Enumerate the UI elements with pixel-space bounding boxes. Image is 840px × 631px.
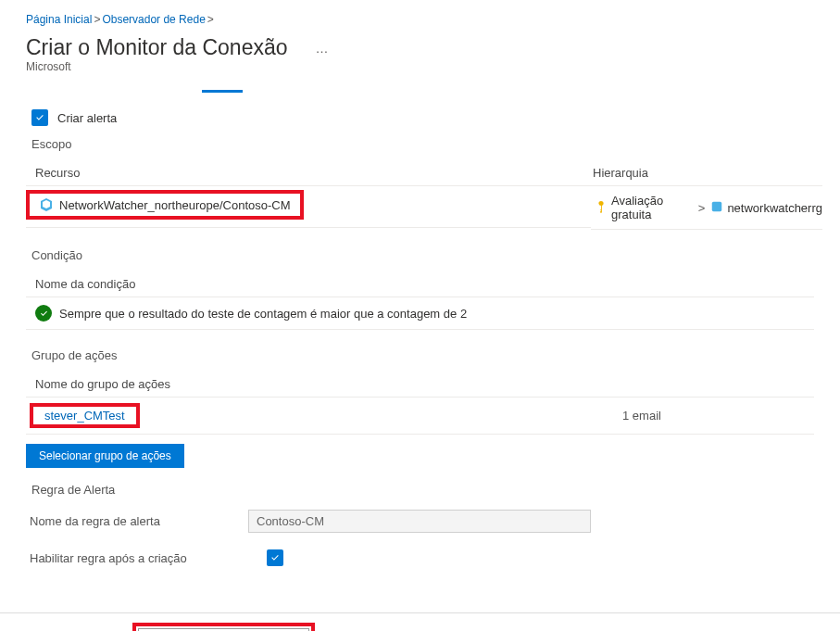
condition-column-title: Nome da condição [26, 271, 814, 297]
alert-rule-name-label: Nome da regra de alerta [26, 514, 248, 528]
hierarchy-subscription[interactable]: Avaliação gratuita [611, 194, 693, 221]
create-alert-checkbox[interactable] [31, 109, 48, 126]
svg-rect-0 [712, 201, 722, 211]
active-tab-indicator [202, 90, 243, 93]
action-group-section-label: Grupo de ações [31, 348, 814, 362]
hierarchy-column-title: Hierarquia [591, 160, 822, 186]
action-group-contains: 1 email [622, 409, 808, 423]
breadcrumb-home[interactable]: Página Inicial [26, 13, 92, 26]
next-button-highlight: Avançar: Examinar + criar > [132, 623, 315, 631]
resource-column-title: Recurso [26, 160, 591, 186]
more-icon[interactable]: … [316, 41, 330, 56]
resource-group-icon [710, 200, 723, 216]
resource-row-highlight: NetworkWatcher_northeurope/Contoso-CM [26, 190, 304, 220]
action-group-name-highlight: stever_CMTest [30, 403, 140, 428]
success-check-icon [35, 305, 52, 322]
scope-section-label: Escopo [31, 137, 814, 151]
breadcrumb-watcher[interactable]: Observador de Rede [102, 13, 205, 26]
action-group-column-title: Nome do grupo de ações [26, 372, 814, 398]
wizard-footer: << Anterior Avançar: Examinar + criar > … [0, 612, 840, 631]
check-icon [34, 112, 45, 123]
action-group-name[interactable]: stever_CMTest [44, 409, 125, 423]
cube-icon [39, 197, 54, 212]
condition-row[interactable]: Sempre que o resultado do teste de conta… [26, 297, 814, 330]
alert-rule-section-label: Regra de Alerta [31, 483, 814, 497]
condition-text: Sempre que o resultado do teste de conta… [59, 307, 467, 321]
page-title: Criar o Monitor da Conexão [26, 35, 288, 60]
page-title-row: Criar o Monitor da Conexão … [26, 35, 814, 60]
condition-section-label: Condição [31, 248, 814, 262]
breadcrumb: Página Inicial>Observador de Rede> [26, 9, 814, 30]
check-icon [270, 552, 281, 563]
enable-rule-checkbox[interactable] [267, 549, 283, 566]
chevron-right-icon: > [207, 13, 214, 26]
page-subtitle: Microsoft [26, 60, 814, 73]
select-action-group-button[interactable]: Selecionar grupo de ações [26, 444, 184, 468]
key-icon [595, 200, 608, 216]
hierarchy-rg[interactable]: networkwatcherrg [727, 201, 822, 215]
resource-name[interactable]: NetworkWatcher_northeurope/Contoso-CM [59, 198, 291, 212]
alert-rule-name-input[interactable] [248, 510, 591, 533]
chevron-right-icon: > [698, 201, 706, 215]
action-group-row[interactable]: stever_CMTest 1 email [26, 398, 814, 435]
create-alert-label: Criar alerta [57, 111, 117, 125]
chevron-right-icon: > [94, 13, 100, 26]
enable-rule-label: Habilitar regra após a criação [26, 551, 267, 565]
